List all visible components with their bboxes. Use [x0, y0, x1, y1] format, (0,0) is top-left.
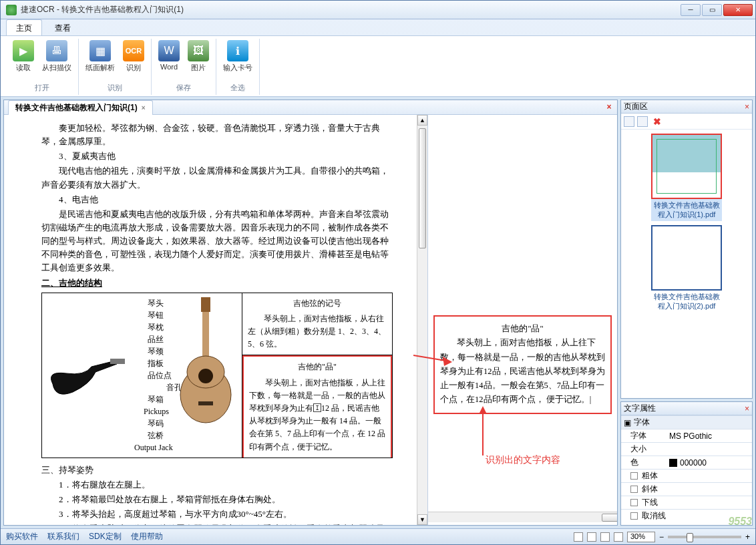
body-text: 1．将右腿放在左腿上。 [41, 478, 393, 492]
panel-close-icon[interactable]: × [745, 102, 749, 112]
selected-ocr-region[interactable]: 吉他的"品" 琴头朝上，面对吉他指板，从上往下数，每一格就是一品，一般的吉他从琴… [242, 355, 392, 457]
page-thumbnail[interactable]: 转换文件吉他基础教程入门知识(1).pdf [651, 134, 722, 221]
cell-body: 琴头朝上，面对吉他指板，从上往下数，每一格就是一品，一般的吉他从琴枕到琴身为止有… [249, 377, 385, 453]
minimize-button[interactable]: ─ [681, 4, 701, 16]
cell-title: 吉他的"品" [249, 361, 385, 373]
panel-title: 文字属性 [624, 403, 656, 414]
group-save-label: 保存 [176, 83, 191, 93]
scroll-up-icon[interactable]: ▲ [417, 115, 427, 126]
svg-rect-0 [201, 297, 210, 312]
doc-vertical-scrollbar[interactable]: ▲ ▼ [417, 115, 427, 525]
checkbox[interactable] [630, 499, 638, 506]
body-text: 3．将琴头抬起，高度超过琴箱，与水平方向成30°~45°左右。 [41, 508, 393, 521]
document-tab-close[interactable]: × [142, 104, 146, 112]
contact-link[interactable]: 联系我们 [47, 531, 79, 542]
font-value[interactable]: MS PGothic [669, 431, 752, 441]
color-swatch-icon [669, 459, 677, 467]
ocr-caption: 识别出的文字内容 [433, 454, 612, 466]
acoustic-guitar-icon [176, 297, 236, 425]
checkbox[interactable] [630, 472, 638, 480]
ocr-output-box[interactable]: 吉他的"品" 琴头朝上，面对吉他指板，从上往下数，每一格就是一品，一般的吉他从琴… [433, 315, 612, 414]
word-button[interactable]: W Word [157, 39, 181, 81]
page-thumbnail[interactable]: 转换文件吉他基础教程入门知识(2).pdf [651, 225, 722, 313]
watermark: 9553 [728, 516, 752, 528]
scroll-thumb[interactable] [419, 128, 426, 248]
read-button[interactable]: ▶ 读取 [11, 39, 35, 81]
svg-marker-10 [443, 357, 452, 366]
ocr-icon: OCR [123, 40, 144, 61]
buy-link[interactable]: 购买软件 [6, 531, 38, 542]
parse-button[interactable]: ▦ 纸面解析 [84, 39, 116, 81]
delete-page-icon[interactable]: ✖ [653, 116, 661, 127]
guitar-diagram: 琴头琴钮 琴枕品丝 琴颈指板 品位点 音孔 琴箱 Pickups 琴码弦桥 Ou… [41, 293, 393, 458]
prop-row[interactable]: 字体 MS PGothic [621, 429, 752, 442]
prop-row[interactable]: 下线 [621, 496, 752, 509]
titlebar: 捷速OCR - 转换文件吉他基础教程入门知识(1) ─ ▭ ✕ [1, 1, 755, 19]
word-icon: W [158, 40, 180, 61]
tab-home[interactable]: 主页 [6, 19, 42, 35]
zoom-out-icon[interactable]: − [659, 532, 664, 542]
arrow-icon [413, 349, 453, 367]
color-value[interactable]: 000000 [669, 458, 752, 468]
close-all-icon[interactable]: × [604, 102, 614, 113]
body-text: 4、电吉他 [41, 193, 393, 206]
thumb-label: 转换文件吉他基础教程入门知识(2).pdf [651, 291, 722, 313]
thumb-label: 转换文件吉他基础教程入门知识(1).pdf [651, 199, 722, 221]
status-bar: 购买软件 联系我们 SDK定制 使用帮助 30% − + [1, 528, 755, 544]
prop-row[interactable]: 斜体 [621, 482, 752, 496]
svg-rect-5 [198, 401, 213, 405]
view-mode-icon[interactable] [587, 532, 596, 542]
ocr-horizontal-scrollbar[interactable] [428, 512, 617, 522]
body-text: 是民谣吉他和夏威夷电吉他的改版升级，分有共鸣箱和单体琴两种。声音来自琴弦震动切割… [41, 208, 393, 275]
view-mode-icon[interactable] [574, 532, 583, 542]
app-icon [6, 5, 17, 15]
body-text: 2．将琴箱最凹处放在右腿上，琴箱背部抵在身体右胸处。 [41, 493, 393, 506]
scroll-down-icon[interactable]: ▼ [417, 514, 427, 525]
window-title: 捷速OCR - 转换文件吉他基础教程入门知识(1) [21, 4, 681, 15]
svg-line-9 [413, 355, 445, 361]
picture-button[interactable]: 🖼 图片 [186, 39, 210, 81]
body-text: 现代电吉他的祖先，演奏时平放，以金属滑棒和金属拨片为工具。自带很小的共鸣箱，声音… [41, 164, 393, 191]
group-select-label: 全选 [230, 83, 245, 93]
prop-group[interactable]: ▣ 字体 [621, 415, 752, 429]
ocr-button[interactable]: OCR 识别 [122, 39, 146, 81]
sdk-link[interactable]: SDK定制 [89, 531, 122, 542]
document-tab[interactable]: 转换文件吉他基础教程入门知识(1) × [8, 100, 153, 115]
zoom-select[interactable]: 30% [627, 532, 655, 542]
text-props-panel: 文字属性 × ▣ 字体 字体 MS PGothic 大小 色 000 [620, 401, 753, 526]
checkbox[interactable] [630, 512, 638, 520]
view-mode-icon[interactable] [600, 532, 610, 542]
scanner-button[interactable]: 🖶 从扫描仪 [41, 39, 73, 81]
prop-row[interactable]: 大小 [621, 442, 752, 456]
cell-title: 吉他弦的记号 [248, 297, 387, 310]
maximize-button[interactable]: ▭ [702, 4, 722, 16]
ocr-title: 吉他的"品" [440, 322, 605, 336]
scroll-thumb[interactable] [602, 514, 617, 522]
svg-point-4 [198, 369, 213, 383]
help-link[interactable]: 使用帮助 [131, 531, 163, 542]
view-mode-icon[interactable] [614, 532, 623, 542]
document-tab-label: 转换文件吉他基础教程入门知识(1) [15, 102, 138, 114]
zoom-slider[interactable] [668, 536, 741, 538]
tab-view[interactable]: 查看 [45, 19, 81, 35]
heading: 三、持琴姿势 [41, 464, 393, 477]
card-button[interactable]: ℹ 输入卡号 [222, 39, 254, 81]
parse-icon: ▦ [89, 40, 111, 61]
ocr-body: 琴头朝上，面对吉他指板，从上往下数，每一格就是一品，一般的吉他从琴枕到琴身为止有… [440, 336, 605, 407]
ribbon-tabs: 主页 查看 [1, 19, 755, 35]
cell-body: 琴头朝上，面对吉他指板，从右往左（从细到粗）数分别是 1、2、3、4、5、6 弦… [248, 313, 387, 351]
group-open-label: 打开 [35, 83, 49, 93]
checkbox[interactable] [630, 486, 638, 493]
panel-close-icon[interactable]: × [745, 404, 749, 413]
ribbon: ▶ 读取 🖶 从扫描仪 打开 ▦ 纸面解析 OCR 识别 [1, 35, 755, 97]
info-icon: ℹ [227, 40, 248, 61]
list-view-icon[interactable] [637, 116, 648, 127]
close-button[interactable]: ✕ [723, 4, 753, 16]
prop-row[interactable]: 色 000000 [621, 456, 752, 469]
zoom-in-icon[interactable]: + [745, 532, 750, 542]
body-text: 3、夏威夷吉他 [41, 150, 393, 163]
document-viewport[interactable]: 奏更加轻松。琴弦都为钢、合金弦，较硬。音色清脆悦耳，穿透力强，音量大于古典琴，金… [4, 115, 417, 525]
thumbnail-view-icon[interactable] [624, 116, 634, 127]
group-recog-label: 识别 [108, 83, 122, 93]
prop-row[interactable]: 粗体 [621, 469, 752, 482]
